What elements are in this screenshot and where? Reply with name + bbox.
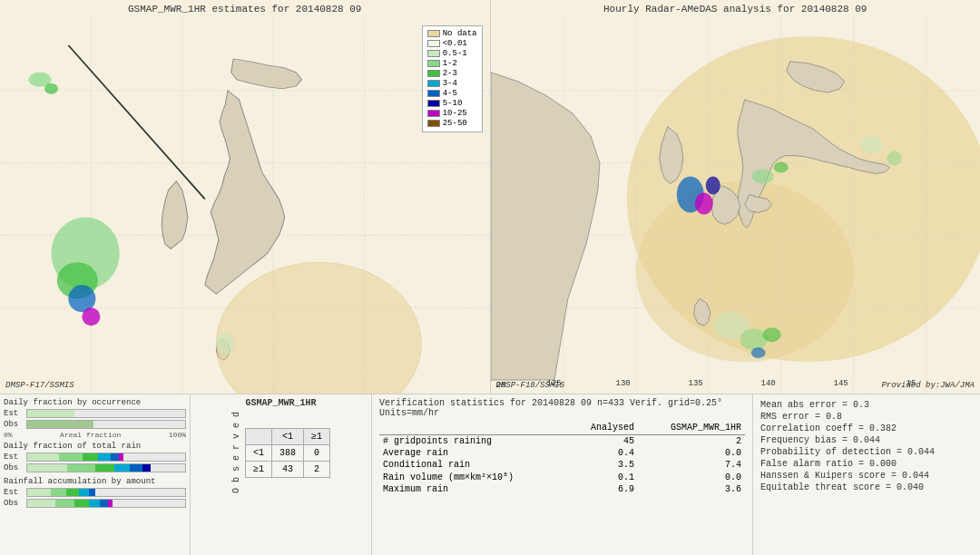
verif-data-row: Average rain 0.4 0.0 xyxy=(379,447,745,459)
main-container: GSMAP_MWR_1HR estimates for 20140828 09 … xyxy=(0,0,980,555)
bar-obs-1: Obs xyxy=(4,420,186,429)
x-label-130: 130 xyxy=(616,379,631,388)
legend-label: 2-3 xyxy=(443,69,457,78)
verif-stats-panel: Verification statistics for 20140828 09 … xyxy=(372,394,753,555)
stats-left-panel: Daily fraction by occurrence Est Obs 0% … xyxy=(0,394,191,555)
svg-point-33 xyxy=(705,177,720,195)
legend-item: 0.5-1 xyxy=(427,49,477,58)
verif-analysed-value: 0.1 xyxy=(568,471,638,483)
verif-data-row: Rain volume (mm×km²×10⁸) 0.1 0.0 xyxy=(379,471,745,483)
obs-label-1: Obs xyxy=(4,420,26,429)
legend-label: 5-10 xyxy=(443,99,463,108)
contingency-section: GSMAP_MWR_1HR O b s e r v e d <1 ≥1 xyxy=(191,394,372,555)
verif-col-gsmap: GSMAP_MWR_1HR xyxy=(638,422,745,435)
legend-item: No data xyxy=(427,29,477,38)
verif-col-metric xyxy=(379,422,568,435)
legend-item: 1-2 xyxy=(427,59,477,68)
est-bar-track-3 xyxy=(26,488,186,497)
legend-color-swatch xyxy=(427,50,440,57)
right-map-source: DMSP-F18/SSMIS xyxy=(496,381,565,390)
obs-bar-fill-1 xyxy=(27,421,93,428)
row-label-gte1: ≥1 xyxy=(245,461,271,477)
x-label-145: 145 xyxy=(834,379,848,388)
row-label-lt1: <1 xyxy=(245,444,271,461)
metric-line: Frequency bias = 0.044 xyxy=(760,435,973,445)
verif-title: Verification statistics for 20140828 09 … xyxy=(379,398,745,418)
legend-label: 0.5-1 xyxy=(443,49,467,58)
svg-point-40 xyxy=(860,136,882,154)
svg-point-38 xyxy=(762,327,780,342)
axis-start: 0% xyxy=(4,431,13,439)
metric-line: Probability of detection = 0.044 xyxy=(760,447,973,457)
bar-axis-1: 0% Areal fraction 100% xyxy=(4,431,186,439)
contingency-wrapper: O b s e r v e d <1 ≥1 <1 xyxy=(231,412,330,493)
col-header-lt1: <1 xyxy=(271,428,303,444)
left-map-legend: No data<0.010.5-11-22-33-44-55-1010-2525… xyxy=(422,25,483,132)
verif-analysed-value: 3.5 xyxy=(568,459,638,471)
legend-color-swatch xyxy=(427,70,440,77)
cell-2: 2 xyxy=(304,461,330,477)
bar-est-3: Est xyxy=(4,488,186,497)
obs-bar-track-3 xyxy=(26,499,186,508)
metric-line: Hanssen & Kuipers score = 0.044 xyxy=(760,471,973,481)
verif-col-analysed: Analysed xyxy=(568,422,638,435)
verif-metric-label: Maximum rain xyxy=(379,483,568,495)
right-map-svg xyxy=(491,18,981,394)
legend-item: 25-50 xyxy=(427,119,477,128)
verif-table: Analysed GSMAP_MWR_1HR # gridpoints rain… xyxy=(379,422,745,495)
contingency-row-1: <1 388 0 xyxy=(245,444,329,461)
metric-line: Mean abs error = 0.3 xyxy=(760,400,973,410)
legend-label: 25-50 xyxy=(443,119,467,128)
est-label-1: Est xyxy=(4,409,26,418)
x-label-140: 140 xyxy=(761,379,776,388)
bar-chart-3-title: Rainfall accumulation by amount xyxy=(4,477,186,486)
contingency-table-container: <1 ≥1 <1 388 0 ≥1 xyxy=(245,428,330,478)
bar-obs-3: Obs xyxy=(4,499,186,508)
svg-point-13 xyxy=(82,307,100,326)
legend-item: 2-3 xyxy=(427,69,477,78)
x-label-135: 135 xyxy=(689,379,703,388)
cell-388: 388 xyxy=(271,444,303,461)
legend-label: 1-2 xyxy=(443,59,457,68)
legend-label: 3-4 xyxy=(443,79,457,88)
legend-color-swatch xyxy=(427,60,440,67)
legend-item: 10-25 xyxy=(427,109,477,118)
verif-metric-label: Average rain xyxy=(379,447,568,459)
verif-analysed-value: 6.9 xyxy=(568,483,638,495)
left-map-panel: GSMAP_MWR_1HR estimates for 20140828 09 … xyxy=(0,0,491,394)
est-bar-track-1 xyxy=(26,409,186,418)
axis-mid: Areal fraction xyxy=(60,431,121,439)
contingency-title: GSMAP_MWR_1HR xyxy=(245,398,316,408)
verif-metric-label: # gridpoints raining xyxy=(379,435,568,448)
obs-vertical-label: O b s e r v e d xyxy=(231,412,241,493)
verif-data-row: Maximum rain 6.9 3.6 xyxy=(379,483,745,495)
verif-data-row: Conditional rain 3.5 7.4 xyxy=(379,459,745,471)
bar-est-2: Est xyxy=(4,453,186,462)
bar-obs-2: Obs xyxy=(4,463,186,472)
verif-gsmap-value: 0.0 xyxy=(638,471,745,483)
obs-label-3: Obs xyxy=(4,499,26,508)
axis-end: 100% xyxy=(169,431,186,439)
bar-chart-rainfall: Rainfall accumulation by amount Est xyxy=(4,477,186,510)
maps-section: GSMAP_MWR_1HR estimates for 20140828 09 … xyxy=(0,0,980,394)
right-map-title: Hourly Radar-AMeDAS analysis for 2014082… xyxy=(491,4,981,15)
verif-metric-label: Rain volume (mm×km²×10⁸) xyxy=(379,471,568,483)
svg-point-34 xyxy=(751,170,773,184)
right-map-credit: Provided by:JWA/JMA xyxy=(881,381,975,390)
legend-color-swatch xyxy=(427,80,440,87)
legend-item: 3-4 xyxy=(427,79,477,88)
metric-line: Equitable threat score = 0.040 xyxy=(760,482,973,492)
empty-header xyxy=(245,428,271,444)
legend-color-swatch xyxy=(427,100,440,107)
est-bar-fill-1 xyxy=(27,410,74,417)
bottom-section: Daily fraction by occurrence Est Obs 0% … xyxy=(0,394,980,555)
svg-point-41 xyxy=(887,151,901,166)
obs-label-2: Obs xyxy=(4,463,26,472)
right-map-panel: Hourly Radar-AMeDAS analysis for 2014082… xyxy=(491,0,981,394)
verif-data-row: # gridpoints raining 45 2 xyxy=(379,435,745,448)
legend-label: 4-5 xyxy=(443,89,457,98)
verif-gsmap-value: 2 xyxy=(638,435,745,448)
est-bar-track-2 xyxy=(26,453,186,462)
svg-point-37 xyxy=(740,328,767,350)
est-label-2: Est xyxy=(4,453,26,462)
